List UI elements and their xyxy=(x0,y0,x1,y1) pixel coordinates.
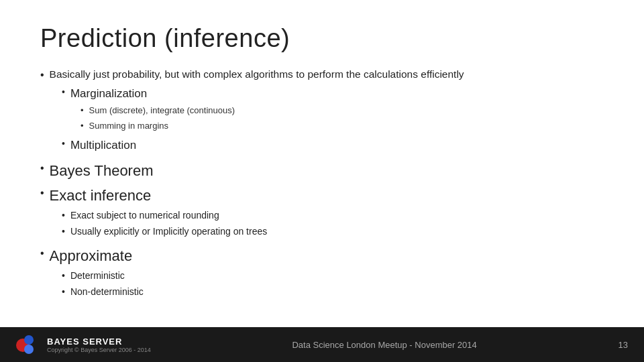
logo-circle-blue-bottom xyxy=(24,345,34,354)
bullet-1-dot: • xyxy=(40,67,44,83)
bullet-4-item2-dot: • xyxy=(62,284,65,299)
bullet-3-item2: • Usually explicitly or Implicitly opera… xyxy=(62,224,604,239)
bullet-3-dot: • xyxy=(40,185,44,201)
logo-circle-blue-top xyxy=(24,335,34,345)
bullet-2-text: Bayes Theorem xyxy=(50,160,154,182)
bullet-1-sub2-dot: • xyxy=(62,136,65,151)
bullet-1-sub2: • Multiplication xyxy=(62,136,604,154)
logo-text: BAYES SERVER Copyright © Bayes Server 20… xyxy=(47,337,151,353)
bullet-1-sub2-label: Multiplication xyxy=(70,136,136,154)
slide-title: Prediction (inference) xyxy=(40,24,604,53)
bullet-2-dot: • xyxy=(40,160,44,176)
bullet-1: • Basically just probability, but with c… xyxy=(40,66,604,83)
bullet-1-text: Basically just probability, but with com… xyxy=(50,66,464,82)
footer: BAYES SERVER Copyright © Bayes Server 20… xyxy=(0,327,644,362)
bullet-3-item2-dot: • xyxy=(62,224,65,239)
bullet-4-dot: • xyxy=(40,245,44,261)
logo-copyright: Copyright © Bayes Server 2006 - 2014 xyxy=(47,347,151,353)
bullet-4: • Approximate xyxy=(40,245,604,267)
bullet-3-item2-text: Usually explicitly or Implicitly operati… xyxy=(70,224,267,239)
footer-center-text: Data Science London Meetup - November 20… xyxy=(292,340,476,350)
bullet-3-item1: • Exact subject to numerical rounding xyxy=(62,208,604,223)
bullet-3-text: Exact inference xyxy=(50,184,152,206)
bullet-4-item2: • Non-deterministic xyxy=(62,284,604,299)
logo-circles xyxy=(16,335,40,354)
bullet-1-sub1-item2-dot: • xyxy=(80,119,84,133)
bullet-4-text: Approximate xyxy=(50,245,133,267)
bullet-3: • Exact inference xyxy=(40,184,604,206)
bullet-1-sub1-item1-dot: • xyxy=(80,104,84,118)
bullet-4-item2-text: Non-deterministic xyxy=(70,284,144,299)
bullet-1-sub1-item1: • Sum (discrete), integrate (continuous) xyxy=(80,104,604,118)
bullet-2: • Bayes Theorem xyxy=(40,160,604,182)
bullet-1-sub1-item2-text: Summing in margins xyxy=(89,119,169,133)
bullet-1-sub1-item2: • Summing in margins xyxy=(80,119,604,133)
bullet-4-item1-dot: • xyxy=(62,268,65,283)
slide: Prediction (inference) • Basically just … xyxy=(0,0,644,362)
logo-name: BAYES SERVER xyxy=(47,337,151,347)
slide-content: • Basically just probability, but with c… xyxy=(40,66,604,315)
bullet-4-item1-text: Deterministic xyxy=(70,268,125,283)
bullet-1-sub1-label: Marginalization xyxy=(70,84,147,103)
bullet-3-item1-dot: • xyxy=(62,208,65,223)
footer-logo: BAYES SERVER Copyright © Bayes Server 20… xyxy=(16,335,151,354)
bullet-3-item1-text: Exact subject to numerical rounding xyxy=(70,208,219,223)
bullet-1-sub1: • Marginalization xyxy=(62,84,604,103)
bullet-1-sub1-item1-text: Sum (discrete), integrate (continuous) xyxy=(89,104,235,118)
footer-page-number: 13 xyxy=(619,340,628,350)
bullet-4-item1: • Deterministic xyxy=(62,268,604,283)
bullet-1-sub1-dot: • xyxy=(62,84,65,99)
